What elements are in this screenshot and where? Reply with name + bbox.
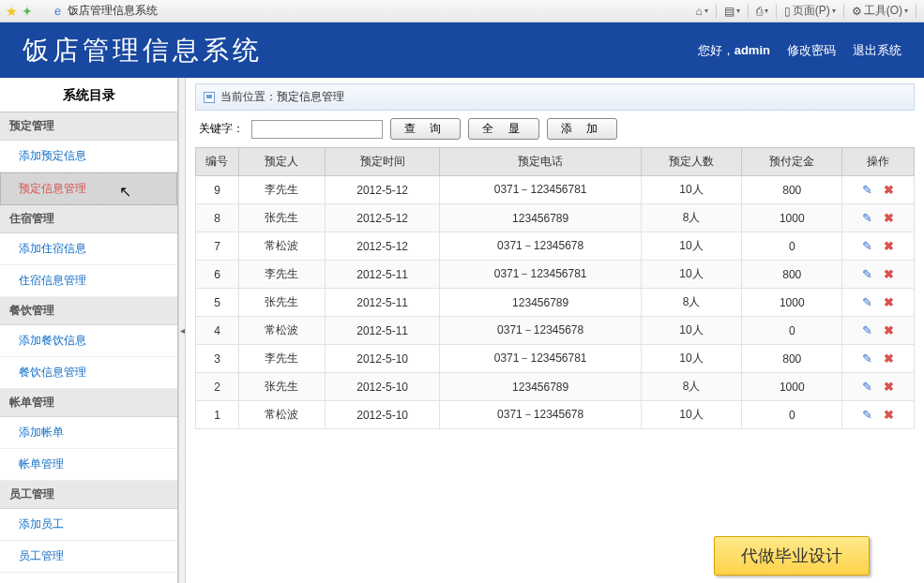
edit-icon[interactable]: ✎ — [862, 408, 872, 422]
cell-ops: ✎✖ — [842, 345, 915, 373]
chevron-down-icon: ▾ — [765, 7, 768, 15]
greeting: 您好，admin — [698, 42, 770, 59]
print-icon: ⎙ — [756, 5, 763, 18]
edit-icon[interactable]: ✎ — [862, 323, 872, 337]
cell-name: 常松波 — [238, 401, 325, 429]
tab-title: 饭店管理信息系统 — [68, 3, 158, 19]
add-button[interactable]: 添 加 — [547, 118, 617, 140]
separator — [776, 4, 777, 19]
menu-group-header[interactable]: 员工管理 — [0, 481, 177, 509]
cell-id: 6 — [196, 261, 239, 289]
table-row: 5张先生2012-5-111234567898人1000✎✖ — [196, 289, 915, 317]
sidebar-item[interactable]: 餐饮信息管理 — [0, 357, 177, 389]
cell-name: 李先生 — [238, 345, 325, 373]
sidebar-item[interactable]: 添加预定信息 — [0, 141, 177, 172]
cell-deposit: 1000 — [742, 204, 842, 232]
browser-toolbar: ★ ✦ ｅ 饭店管理信息系统 ⌂▾ ▤▾ ⎙▾ ▯页面(P)▾ ⚙工具(O)▾ — [0, 0, 924, 22]
print-button[interactable]: ⎙▾ — [756, 5, 768, 18]
delete-icon[interactable]: ✖ — [884, 408, 894, 422]
cell-id: 7 — [196, 232, 239, 261]
reservation-table: 编号预定人预定时间预定电话预定人数预付定金操作 9李先生2012-5-12037… — [195, 147, 915, 429]
delete-icon[interactable]: ✖ — [884, 351, 894, 366]
home-button[interactable]: ⌂▾ — [695, 5, 707, 18]
sidebar-item[interactable]: 添加员工 — [0, 509, 177, 541]
sidebar-item[interactable]: 住宿信息管理 — [0, 265, 177, 297]
cell-name: 张先生 — [238, 289, 325, 317]
table-row: 7常松波2012-5-120371－1234567810人0✎✖ — [196, 232, 915, 261]
cell-deposit: 800 — [742, 345, 842, 373]
toolbar-right: ⌂▾ ▤▾ ⎙▾ ▯页面(P)▾ ⚙工具(O)▾ — [695, 3, 918, 19]
filter-bar: 关键字： 查 询 全 显 添 加 — [195, 111, 915, 147]
cell-phone: 0371－123456781 — [440, 261, 641, 289]
toolbar-left: ★ ✦ — [6, 4, 33, 19]
cell-name: 李先生 — [238, 261, 325, 289]
breadcrumb: 当前位置：预定信息管理 — [195, 83, 915, 111]
menu-group-header[interactable]: 帐单管理 — [0, 389, 177, 417]
cell-deposit: 0 — [742, 317, 842, 345]
greeting-prefix: 您好， — [698, 43, 735, 57]
cell-deposit: 1000 — [742, 373, 842, 401]
edit-icon[interactable]: ✎ — [862, 183, 872, 197]
edit-icon[interactable]: ✎ — [862, 380, 872, 394]
edit-icon[interactable]: ✎ — [862, 239, 872, 253]
cell-name: 张先生 — [238, 204, 325, 232]
column-header: 编号 — [196, 148, 239, 176]
edit-icon[interactable]: ✎ — [862, 351, 872, 366]
username: admin — [735, 43, 770, 57]
cell-deposit: 0 — [742, 232, 842, 261]
cell-id: 8 — [196, 204, 239, 232]
edit-icon[interactable]: ✎ — [862, 267, 872, 281]
edit-icon[interactable]: ✎ — [862, 295, 872, 309]
page-label: 页面(P) — [793, 3, 830, 19]
add-favorite-icon[interactable]: ✦ — [22, 4, 33, 19]
delete-icon[interactable]: ✖ — [884, 295, 894, 309]
column-header: 预定人数 — [641, 148, 741, 176]
tools-menu[interactable]: ⚙工具(O)▾ — [852, 3, 908, 19]
sidebar-item[interactable]: 员工管理 — [0, 541, 177, 573]
cell-time: 2012-5-12 — [325, 204, 440, 232]
cell-id: 4 — [196, 317, 239, 345]
column-header: 预定人 — [238, 148, 325, 176]
query-button[interactable]: 查 询 — [390, 118, 461, 140]
delete-icon[interactable]: ✖ — [884, 211, 894, 225]
sidebar-item[interactable]: 预定信息管理 — [0, 172, 177, 205]
page-menu[interactable]: ▯页面(P)▾ — [784, 3, 836, 19]
edit-icon[interactable]: ✎ — [862, 211, 872, 225]
logout-link[interactable]: 退出系统 — [853, 42, 901, 59]
cell-ops: ✎✖ — [842, 176, 915, 204]
delete-icon[interactable]: ✖ — [884, 239, 894, 253]
page-icon: ▯ — [784, 5, 791, 18]
change-password-link[interactable]: 修改密码 — [787, 42, 836, 59]
cell-time: 2012-5-11 — [325, 289, 440, 317]
location-icon — [204, 92, 215, 103]
tools-label: 工具(O) — [864, 3, 902, 19]
feeds-button[interactable]: ▤▾ — [724, 5, 740, 18]
sidebar-item[interactable]: 添加餐饮信息 — [0, 325, 177, 357]
delete-icon[interactable]: ✖ — [884, 323, 894, 337]
sidebar-title: 系统目录 — [0, 78, 177, 112]
cell-id: 5 — [196, 289, 239, 317]
app-header: 饭店管理信息系统 您好，admin 修改密码 退出系统 — [0, 22, 924, 78]
location-text: 当前位置：预定信息管理 — [220, 89, 344, 105]
delete-icon[interactable]: ✖ — [884, 380, 894, 394]
sidebar-item[interactable]: 帐单管理 — [0, 449, 177, 481]
cell-name: 常松波 — [238, 232, 325, 261]
cell-ops: ✎✖ — [842, 373, 915, 401]
sidebar-item[interactable]: 添加帐单 — [0, 417, 177, 449]
menu-group-header[interactable]: 餐饮管理 — [0, 297, 177, 325]
menu-group-header[interactable]: 住宿管理 — [0, 205, 177, 233]
table-row: 9李先生2012-5-120371－12345678110人800✎✖ — [196, 176, 915, 204]
keyword-input[interactable] — [251, 120, 383, 139]
browser-tab[interactable]: ｅ 饭店管理信息系统 — [52, 3, 158, 20]
menu-group-header[interactable]: 预定管理 — [0, 112, 177, 141]
delete-icon[interactable]: ✖ — [884, 267, 894, 281]
column-header: 操作 — [842, 148, 915, 176]
sidebar-item[interactable]: 添加住宿信息 — [0, 233, 177, 265]
header-right: 您好，admin 修改密码 退出系统 — [698, 42, 901, 59]
ie-icon: ｅ — [52, 3, 64, 20]
cell-phone: 0371－123456781 — [440, 345, 641, 373]
delete-icon[interactable]: ✖ — [884, 183, 894, 197]
splitter[interactable]: ◂ — [178, 78, 186, 583]
showall-button[interactable]: 全 显 — [468, 118, 538, 140]
favorites-star-icon[interactable]: ★ — [6, 4, 18, 19]
